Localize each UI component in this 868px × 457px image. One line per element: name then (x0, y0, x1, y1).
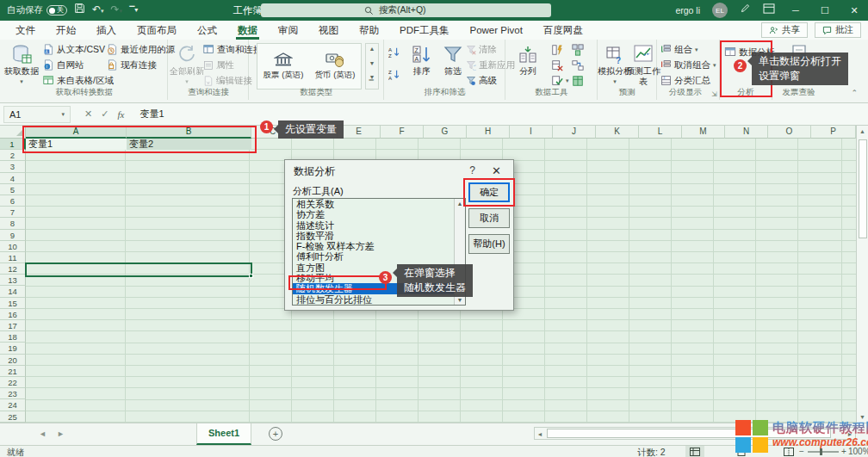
row-header-10[interactable]: 10 (0, 241, 26, 252)
tab-审阅[interactable]: 审阅 (268, 21, 308, 40)
gallery-up-icon[interactable]: ▲ (369, 46, 375, 52)
relationships-icon[interactable] (572, 58, 584, 72)
grid-column-B[interactable] (126, 139, 250, 423)
list-scroll-down-icon[interactable]: ▼ (455, 297, 465, 303)
row-header-3[interactable]: 3 (0, 161, 26, 172)
column-header-P[interactable]: P (811, 126, 856, 139)
tab-PDF工具集[interactable]: PDF工具集 (389, 21, 460, 40)
row-header-21[interactable]: 21 (0, 366, 26, 377)
column-header-H[interactable]: H (467, 126, 510, 139)
column-header-E[interactable]: E (338, 126, 381, 139)
tab-页面布局[interactable]: 页面布局 (127, 21, 187, 40)
row-header-6[interactable]: 6 (0, 195, 26, 207)
tab-数据[interactable]: 数据 (227, 21, 268, 40)
vertical-scroll-thumb[interactable] (859, 139, 867, 238)
row-header-9[interactable]: 9 (0, 230, 26, 241)
grid-column-L[interactable] (629, 139, 672, 423)
row-header-5[interactable]: 5 (0, 184, 26, 195)
currency-card[interactable]: 货币 (英语) (309, 44, 361, 89)
column-header-A[interactable]: A (26, 126, 127, 139)
refresh-all-button[interactable]: 全部刷新 ▾ (169, 41, 205, 90)
cell-B1[interactable]: 变量2 (127, 139, 251, 150)
row-header-18[interactable]: 18 (0, 331, 26, 343)
row-header-11[interactable]: 11 (0, 252, 26, 263)
column-header-I[interactable]: I (510, 126, 553, 139)
row-header-14[interactable]: 14 (0, 286, 26, 297)
scroll-up-icon[interactable]: ▲ (857, 128, 868, 134)
row-header-20[interactable]: 20 (0, 355, 26, 366)
cancel-button[interactable]: 取消 (468, 208, 510, 228)
ribbon-display-options-icon[interactable] (763, 0, 775, 21)
analysis-tool-item-1[interactable]: 协方差 (293, 209, 465, 219)
add-sheet-icon[interactable]: + (269, 427, 282, 441)
analysis-tool-item-2[interactable]: 描述统计 (293, 220, 465, 231)
data-validation-icon[interactable]: ▾ (551, 73, 569, 88)
row-header-13[interactable]: 13 (0, 275, 26, 286)
clear-filter-button[interactable]: 清除 (466, 42, 497, 57)
subtotal-button[interactable]: Σ 分类汇总 (660, 73, 710, 88)
tab-百度网盘[interactable]: 百度网盘 (533, 21, 593, 40)
group-button[interactable]: 组合▾ (660, 42, 698, 57)
close-button[interactable]: ✕ (846, 5, 863, 16)
row-header-22[interactable]: 22 (0, 377, 26, 388)
scroll-down-icon[interactable]: ▼ (857, 414, 868, 420)
analysis-tool-item-0[interactable]: 相关系数 (293, 199, 465, 209)
dialog-close-icon[interactable]: ✕ (492, 164, 501, 177)
from-table-range-button[interactable]: 来自表格/区域 (43, 73, 114, 88)
from-text-csv-button[interactable]: A 从文本/CSV (43, 42, 105, 57)
scroll-left-icon[interactable]: ◄ (536, 431, 543, 437)
gallery-more-icon[interactable]: ▼▔ (369, 74, 375, 87)
redo-button[interactable]: ↷▾ (111, 0, 123, 22)
gallery-scroll-arrows[interactable]: ▲ ▼ ▼▔ (365, 43, 379, 90)
normal-view-icon[interactable] (685, 446, 704, 457)
namebox-dropdown-icon[interactable]: ▾ (61, 111, 65, 118)
column-header-N[interactable]: N (725, 126, 768, 139)
row-header-1[interactable]: 1 (0, 139, 26, 150)
existing-connections-button[interactable]: 现有连接 (107, 58, 157, 72)
edit-links-button[interactable]: 编辑链接 (203, 73, 252, 88)
row-header-23[interactable]: 23 (0, 388, 26, 399)
row-header-15[interactable]: 15 (0, 298, 26, 309)
row-header-17[interactable]: 17 (0, 320, 26, 331)
ok-button[interactable]: 确定 (468, 182, 510, 202)
row-header-19[interactable]: 19 (0, 343, 26, 354)
from-web-button[interactable]: i 自网站 (43, 58, 84, 72)
analysis-tool-item-3[interactable]: 指数平滑 (293, 231, 465, 241)
row-header-16[interactable]: 16 (0, 309, 26, 320)
tab-公式[interactable]: 公式 (187, 21, 227, 40)
sort-za-button[interactable]: ZA (388, 67, 400, 82)
sheet-tab-sheet1[interactable]: Sheet1 (196, 423, 251, 445)
text-to-columns-button[interactable]: 分列 (510, 41, 546, 90)
row-header-24[interactable]: 24 (0, 399, 26, 411)
row-header-4[interactable]: 4 (0, 173, 26, 184)
grid-column-O[interactable] (756, 139, 798, 423)
minimize-button[interactable]: ─ (787, 5, 804, 15)
row-header-2[interactable]: 2 (0, 150, 26, 161)
cancel-entry-icon[interactable]: ✕ (84, 108, 92, 120)
prev-sheet-icon[interactable]: ◄ (39, 429, 46, 438)
row-header-12[interactable]: 12 (0, 263, 26, 275)
search-input[interactable]: 搜索(Alt+Q) (261, 3, 551, 17)
autosave-switch-icon[interactable]: 关 (46, 5, 67, 15)
grid-column-K[interactable] (587, 139, 629, 423)
row-header-7[interactable]: 7 (0, 207, 26, 218)
tab-文件[interactable]: 文件 (5, 21, 46, 40)
list-scroll-up-icon[interactable]: ▲ (455, 201, 465, 207)
column-header-K[interactable]: K (596, 126, 639, 139)
comments-button[interactable]: 批注 (815, 22, 861, 38)
column-header-O[interactable]: O (768, 126, 811, 139)
avatar[interactable]: EL (712, 3, 728, 18)
save-icon[interactable] (74, 0, 85, 21)
grid-column-J[interactable] (545, 139, 587, 423)
grid-column-P[interactable] (798, 139, 842, 423)
next-sheet-icon[interactable]: ► (57, 429, 65, 438)
tab-插入[interactable]: 插入 (86, 21, 127, 40)
help-button[interactable]: 帮助(H) (468, 234, 510, 254)
fill-handle[interactable] (249, 274, 253, 278)
tab-Power Pivot[interactable]: Power Pivot (460, 21, 533, 40)
ungroup-button[interactable]: 取消组合▾ (660, 58, 716, 72)
flash-fill-icon[interactable] (551, 42, 563, 57)
analysis-tool-item-4[interactable]: F-检验 双样本方差 (293, 241, 465, 251)
name-box[interactable]: A1 ▾ (3, 106, 71, 123)
pen-icon[interactable] (740, 0, 751, 21)
